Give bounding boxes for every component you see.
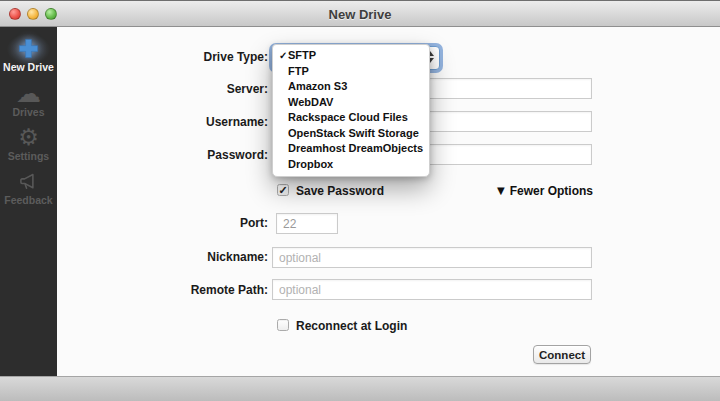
fewer-options-label: Fewer Options <box>510 184 593 198</box>
triangle-down-icon: ▼ <box>497 185 505 197</box>
sidebar-item-drives[interactable]: ☁ Drives <box>0 78 57 121</box>
titlebar: New Drive <box>0 0 720 27</box>
sidebar-item-label: Feedback <box>4 194 52 206</box>
drive-type-label: Drive Type: <box>77 50 268 65</box>
sidebar-item-label: New Drive <box>3 61 54 73</box>
status-bar <box>0 376 720 401</box>
megaphone-icon <box>18 169 39 193</box>
connect-button[interactable]: Connect <box>533 345 591 364</box>
sidebar-item-settings[interactable]: ⚙ Settings <box>0 122 57 165</box>
app-window: New Drive New Drive ☁ Drives ⚙ Settings <box>0 0 720 401</box>
fewer-options-toggle[interactable]: ▼ Fewer Options <box>497 184 593 198</box>
menu-item-label: FTP <box>288 64 309 80</box>
sidebar-item-feedback[interactable]: Feedback <box>0 166 57 209</box>
menu-item-ftp[interactable]: FTP <box>273 64 429 80</box>
reconnect-label: Reconnect at Login <box>296 319 407 333</box>
server-label: Server: <box>77 82 268 97</box>
username-label: Username: <box>77 115 268 130</box>
reconnect-checkbox[interactable] <box>277 319 289 331</box>
sidebar: New Drive ☁ Drives ⚙ Settings Feedback <box>0 27 57 376</box>
menu-item-label: OpenStack Swift Storage <box>288 126 419 142</box>
window-title: New Drive <box>0 7 720 22</box>
menu-item-label: WebDAV <box>288 95 333 111</box>
sidebar-item-label: Settings <box>8 150 49 162</box>
cloud-icon: ☁ <box>16 81 41 105</box>
gear-icon: ⚙ <box>18 125 39 149</box>
port-input[interactable] <box>276 213 338 234</box>
menu-item-amazon-s3[interactable]: Amazon S3 <box>273 79 429 95</box>
menu-item-label: Amazon S3 <box>288 79 347 95</box>
main-content: Drive Type: SFTP Server: Username: Passw… <box>57 27 720 376</box>
checkmark-icon: ✓ <box>273 48 288 64</box>
remote-path-input[interactable] <box>272 279 592 300</box>
sidebar-item-new-drive[interactable]: New Drive <box>0 33 57 76</box>
menu-item-sftp[interactable]: ✓ SFTP <box>273 48 429 64</box>
menu-item-rackspace[interactable]: Rackspace Cloud Files <box>273 110 429 126</box>
menu-item-label: Dreamhost DreamObjects <box>288 141 423 157</box>
menu-item-webdav[interactable]: WebDAV <box>273 95 429 111</box>
menu-item-label: Rackspace Cloud Files <box>288 110 408 126</box>
plus-icon <box>17 36 40 60</box>
sidebar-item-label: Drives <box>12 106 44 118</box>
menu-item-label: SFTP <box>288 48 316 64</box>
drive-type-menu: ✓ SFTP FTP Amazon S3 WebDAV Rackspace Cl… <box>272 44 430 177</box>
port-label: Port: <box>77 216 268 231</box>
menu-item-label: Dropbox <box>288 157 333 173</box>
save-password-label: Save Password <box>296 184 384 198</box>
menu-item-openstack[interactable]: OpenStack Swift Storage <box>273 126 429 142</box>
menu-item-dreamhost[interactable]: Dreamhost DreamObjects <box>273 141 429 157</box>
nickname-label: Nickname: <box>77 250 268 265</box>
menu-item-dropbox[interactable]: Dropbox <box>273 157 429 173</box>
save-password-checkbox[interactable]: ✓ <box>277 184 289 196</box>
remote-path-label: Remote Path: <box>77 283 268 298</box>
nickname-input[interactable] <box>272 247 592 268</box>
password-label: Password: <box>77 148 268 163</box>
